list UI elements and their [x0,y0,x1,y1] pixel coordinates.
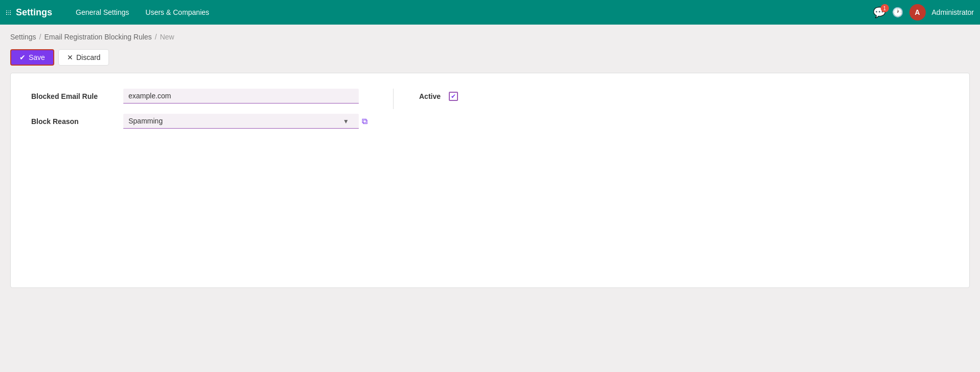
blocked-email-rule-label: Blocked Email Rule [31,92,113,100]
save-check-icon: ✔ [19,53,26,61]
notifications-button[interactable]: 💬 1 [873,6,886,18]
nav-general-settings[interactable]: General Settings [68,0,137,25]
discard-button[interactable]: ✕ Discard [58,49,109,66]
top-navigation: Settings General Settings Users & Compan… [0,0,980,25]
clock-icon: 🕐 [892,7,903,17]
form-card: Blocked Email Rule Block Reason Spamming… [10,73,970,288]
breadcrumb: Settings / Email Registration Blocking R… [0,25,980,47]
app-title: Settings [16,7,52,18]
notification-badge: 1 [881,4,889,12]
form-toolbar: ✔ Save ✕ Discard [0,47,980,73]
block-reason-select[interactable]: Spamming Fraud Abuse Other [123,114,359,129]
active-section: Active ✔ [419,89,458,101]
breadcrumb-sep-1: / [39,33,41,41]
block-reason-label: Block Reason [31,117,113,126]
vertical-divider [393,89,394,109]
save-button[interactable]: ✔ Save [10,49,54,66]
clock-button[interactable]: 🕐 [892,7,903,18]
nav-users-companies[interactable]: Users & Companies [137,0,217,25]
nav-right-section: 💬 1 🕐 A Administrator [873,4,974,20]
admin-name: Administrator [932,8,974,16]
active-label: Active [419,92,441,100]
external-link-button[interactable]: ⧉ [362,117,367,126]
breadcrumb-page[interactable]: Email Registration Blocking Rules [44,33,151,41]
blocked-email-rule-input[interactable] [123,89,359,104]
breadcrumb-settings[interactable]: Settings [10,33,36,41]
checkmark-icon: ✔ [451,93,456,100]
discard-x-icon: ✕ [67,53,73,61]
avatar[interactable]: A [909,4,926,20]
nav-menu: General Settings Users & Companies [68,0,873,25]
save-label: Save [29,53,45,61]
external-link-icon: ⧉ [362,117,367,126]
discard-label: Discard [76,53,100,61]
active-checkbox[interactable]: ✔ [449,92,458,101]
apps-grid-icon[interactable] [6,10,11,15]
block-reason-wrapper: Spamming Fraud Abuse Other ▼ ⧉ [123,114,367,129]
breadcrumb-current: New [160,33,174,41]
breadcrumb-sep-2: / [155,33,157,41]
